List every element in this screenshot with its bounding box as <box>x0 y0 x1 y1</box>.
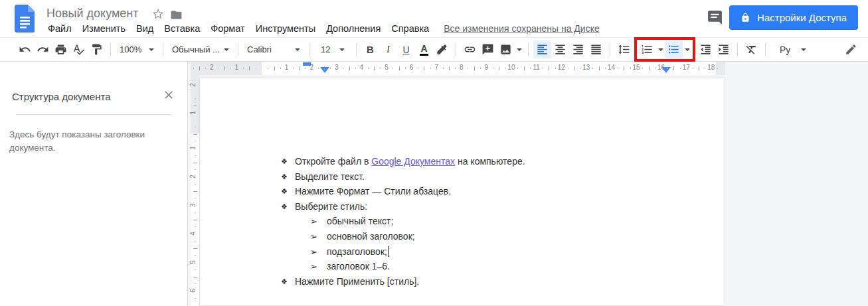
document-page[interactable]: ❖Откройте файл в Google Документах на ко… <box>199 78 725 306</box>
numbered-list-menu-button[interactable] <box>656 40 665 58</box>
toolbar: 100% Обычный ... Calibri 12 B I U A <box>0 38 868 62</box>
menu-item-help[interactable]: Справка <box>386 23 434 34</box>
ruler-number: 1 <box>189 146 197 150</box>
doc-line[interactable]: ❖Откройте файл в Google Документах на ко… <box>281 154 525 169</box>
ruler-tick <box>493 68 493 69</box>
doc-link[interactable]: Google Документах <box>371 156 455 167</box>
share-settings-button[interactable]: Настройки Доступа <box>729 5 858 30</box>
ruler-tick <box>605 68 606 69</box>
paragraph-styles-select[interactable]: Обычный ... <box>168 40 233 58</box>
insert-image-button[interactable] <box>497 40 515 58</box>
print-button[interactable] <box>52 40 70 58</box>
menu-item-addons[interactable]: Дополнения <box>321 23 386 34</box>
italic-button[interactable]: I <box>379 40 397 58</box>
ruler-tick <box>517 68 518 69</box>
align-center-button[interactable] <box>551 40 569 58</box>
document-title[interactable]: Новый документ <box>46 7 139 21</box>
bold-button[interactable]: B <box>361 40 379 58</box>
ruler-tick <box>195 241 196 242</box>
ruler-left-margin <box>191 62 262 75</box>
doc-line[interactable]: ➢подзаголовок; <box>310 244 389 259</box>
paint-format-button[interactable] <box>88 40 106 58</box>
doc-line[interactable]: ❖Нажмите Применить [стиль]. <box>281 274 419 289</box>
move-folder-icon[interactable] <box>170 9 183 21</box>
menu-item-insert[interactable]: Вставка <box>159 23 205 34</box>
ruler-number: 17 <box>683 64 690 71</box>
ruler-tick <box>368 68 369 69</box>
ruler-tick <box>195 112 196 113</box>
doc-line[interactable]: ➢обычный текст; <box>310 214 393 228</box>
font-family-select[interactable]: Calibri <box>243 40 304 58</box>
font-size-select[interactable]: 12 <box>314 40 351 58</box>
zoom-select[interactable]: 100% <box>116 40 158 58</box>
outline-empty-message: Здесь будут показаны заголовки документа… <box>9 128 169 154</box>
ruler-number: 4 <box>360 64 364 71</box>
ruler-tick <box>199 66 200 70</box>
doc-text: заголовок 1–6. <box>327 261 390 271</box>
clear-formatting-button[interactable] <box>742 40 760 58</box>
star-icon[interactable] <box>151 7 165 21</box>
ruler-tick <box>193 68 194 69</box>
ruler-tick <box>195 98 196 99</box>
ruler-tick <box>193 277 197 277</box>
save-status-link[interactable]: Все изменения сохранены на Диске <box>444 23 600 34</box>
bulleted-list-menu-button[interactable] <box>683 40 691 58</box>
insert-image-menu-button[interactable] <box>515 40 523 58</box>
menu-item-tools[interactable]: Инструменты <box>250 23 321 34</box>
doc-line[interactable]: ➢заголовок 1–6. <box>310 259 390 273</box>
ruler-tick <box>374 66 375 70</box>
text-color-button[interactable]: A <box>415 40 433 58</box>
align-justify-button[interactable] <box>587 40 605 58</box>
underline-button[interactable]: U <box>397 40 415 58</box>
vertical-ruler: 21123456 <box>191 75 199 306</box>
toolbar-divider <box>163 43 163 56</box>
google-docs-logo-icon[interactable] <box>15 5 35 33</box>
editing-mode-button[interactable] <box>842 40 860 58</box>
font-size-value: 12 <box>321 44 330 54</box>
ruler-number: 11 <box>533 64 539 71</box>
ruler-number: 8 <box>460 64 464 71</box>
input-tools-select[interactable]: Ру <box>776 40 810 58</box>
ruler-tick <box>530 68 531 69</box>
doc-text-segment: обычный текст; <box>327 216 393 226</box>
redo-button[interactable] <box>34 40 52 58</box>
ruler-tick <box>399 66 400 70</box>
increase-indent-button[interactable] <box>715 40 733 58</box>
bulleted-list-button[interactable] <box>665 40 683 58</box>
menu-item-edit[interactable]: Изменить <box>77 23 131 34</box>
styles-value: Обычный ... <box>172 44 220 54</box>
align-left-icon <box>536 43 549 56</box>
numbered-list-button[interactable] <box>638 40 656 58</box>
doc-line[interactable]: ❖Выделите текст. <box>281 169 365 184</box>
doc-line[interactable]: ❖Выберите стиль: <box>281 199 367 214</box>
doc-line[interactable]: ❖Нажмите Формат — Стили абзацев. <box>281 184 451 198</box>
menu-item-file[interactable]: Файл <box>43 23 77 34</box>
comments-icon[interactable] <box>707 9 723 26</box>
ruler-tick <box>256 68 256 69</box>
insert-link-button[interactable] <box>461 40 479 58</box>
menu-item-format[interactable]: Формат <box>205 23 250 34</box>
doc-text-segment: Выделите текст. <box>295 171 365 182</box>
doc-text: Откройте файл в Google Документах на ком… <box>295 156 525 167</box>
line-spacing-button[interactable] <box>615 40 633 58</box>
add-comment-button[interactable] <box>479 40 497 58</box>
spell-check-button[interactable] <box>70 40 88 58</box>
ruler-tick <box>305 68 306 69</box>
doc-text: подзаголовок; <box>327 246 387 257</box>
align-right-button[interactable] <box>569 40 587 58</box>
decrease-indent-button[interactable] <box>697 40 715 58</box>
ruler-tick <box>268 68 268 69</box>
undo-button[interactable] <box>16 40 34 58</box>
bullet-diamond-icon: ❖ <box>281 277 295 286</box>
ruler-tick <box>193 220 197 220</box>
close-icon[interactable] <box>162 88 175 102</box>
ruler-tick <box>324 66 325 70</box>
zoom-value: 100% <box>120 44 141 54</box>
menu-item-view[interactable]: Вид <box>131 23 159 34</box>
doc-line[interactable]: ➢основной заголовок; <box>310 229 415 244</box>
highlight-color-button[interactable] <box>433 40 451 58</box>
ruler-tick <box>330 68 331 69</box>
align-left-button[interactable] <box>533 40 551 58</box>
left-indent-marker[interactable] <box>320 67 329 73</box>
align-center-icon <box>554 43 566 56</box>
